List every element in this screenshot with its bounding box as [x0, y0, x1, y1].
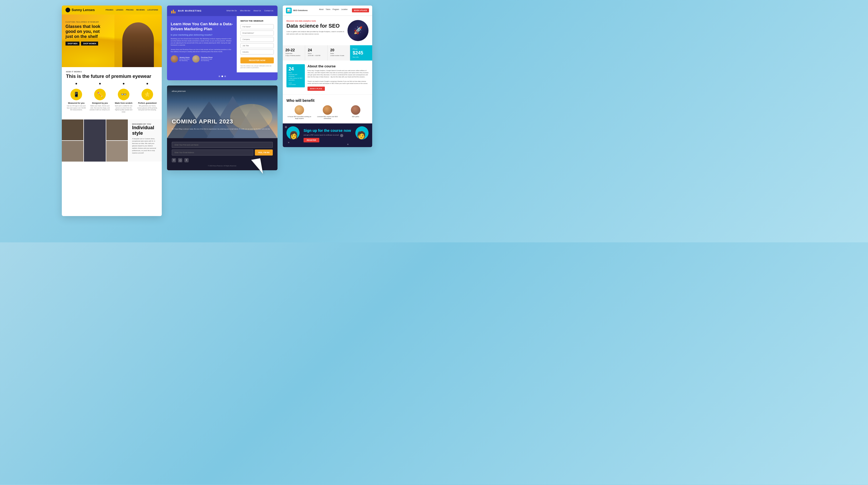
nav-who[interactable]: Who We Are: [240, 10, 250, 11]
mountain-svg: [167, 86, 278, 138]
marketing-subheading: Is your marketing plan delivering result…: [171, 34, 233, 36]
how-it-works-section: HOW IT WORKS This is the future of premi…: [62, 67, 162, 119]
rocket-illustration: 🚀: [347, 20, 369, 41]
bar-chart-icon: [171, 8, 177, 13]
dot-3[interactable]: [224, 75, 226, 77]
who-items-row: In-house SEO specialists working on larg…: [286, 105, 369, 119]
nav-lenses[interactable]: LENSES: [116, 9, 123, 11]
who-title: Who will benefit: [286, 98, 369, 103]
signup-text-area: Sign up for the course now and get a PDF…: [304, 128, 351, 142]
nav-what[interactable]: What We Do: [226, 10, 237, 11]
nav-locations[interactable]: LOCATIONS: [147, 9, 158, 11]
nav-about[interactable]: About Us: [254, 10, 261, 11]
hours-number: 24: [288, 66, 303, 72]
marketing-form-panel: WATCH THE WEBINAR REGISTER NOW View this…: [237, 16, 278, 72]
stat-dates-label: September: [285, 53, 302, 54]
form-note: View this webinar now, and get notificat…: [240, 65, 274, 69]
facebook-icon[interactable]: f: [184, 158, 189, 162]
dot-1[interactable]: [219, 75, 220, 77]
dot-2[interactable]: [221, 75, 223, 77]
designed-label: DESIGNED BY YOU: [132, 123, 158, 125]
seo-navbar: 📊 SEO Solutions About Tutors Program Loc…: [283, 5, 372, 16]
nav-pricing[interactable]: PRICING: [126, 9, 134, 11]
seo-discover-text: Discover new data analytics tools: [286, 20, 345, 22]
marketing-logo: BAR MARKETING: [171, 8, 202, 13]
signup-title: Sign up for the course now: [304, 128, 351, 133]
stat-seats-label: Seats: [330, 53, 347, 54]
eyewear-brand: Sunny Lenses: [71, 8, 95, 12]
nav-tutors[interactable]: Tutors: [326, 8, 330, 12]
hours-teal-box: 24 Hoursof practice and immersionin data…: [286, 64, 305, 87]
feature-measured: 📱 Measured for you Use our iOS app to sc…: [66, 89, 87, 113]
travel-subtext: My Travel Blog is almost ready. Be one o…: [172, 128, 273, 130]
nav-contact[interactable]: Contact Us: [264, 10, 273, 11]
sun-icon: ☀: [65, 8, 70, 12]
eyewear-logo: ☀ Sunny Lenses: [65, 8, 102, 12]
feature-dot-item-1: [66, 83, 87, 86]
feature-dot-item-4: [137, 83, 158, 86]
hero-title: Glasses that look good on you, not just …: [65, 24, 107, 39]
stats-row: 20-22 September 3 days of intense practi…: [283, 45, 372, 61]
cursor-arrow: [242, 158, 263, 177]
travel-card-wrapper: alexa peterson COMING APRIL 2023 My Trav…: [167, 86, 278, 170]
register-now-button[interactable]: REGISTER NOW: [240, 57, 274, 63]
speaker-2: Penelope Perez Marketing ManagerBar Mark…: [192, 55, 213, 63]
deco-dot-4: [347, 144, 348, 145]
eyewear-navbar: ☀ Sunny Lenses FRAMES LENSES PRICING REV…: [62, 5, 162, 14]
shop-women-button[interactable]: SHOP WOMEN: [81, 41, 98, 46]
about-course-section: 24 Hoursof practice and immersionin data…: [283, 61, 372, 95]
measured-desc: Use our iOS app to scan your face and ca…: [66, 105, 87, 111]
deco-dot-1: [285, 126, 287, 128]
stat-dates-num: 20-22: [285, 48, 302, 52]
stat-hours-sub: 10:00 AM — 6:00 PM: [308, 55, 324, 56]
who-section: Who will benefit In-house SEO specialist…: [283, 95, 372, 123]
nav-reviews[interactable]: REVIEWS: [136, 9, 145, 11]
travel-card: alexa peterson COMING APRIL 2023 My Trav…: [167, 86, 278, 170]
marketing-card: BAR MARKETING What We Do Who We Are Abou…: [167, 5, 278, 80]
scratch-name: Made from scratch: [113, 102, 134, 104]
email-input[interactable]: [240, 31, 274, 35]
hero-text-block: CUSTOM-TAILORED EYEWEAR Glasses that loo…: [65, 21, 107, 46]
seo-main-title: Data science for SEO: [286, 23, 345, 29]
stat-seats-num: 20: [330, 48, 347, 52]
eyewear-card: ☀ Sunny Lenses FRAMES LENSES PRICING REV…: [62, 5, 162, 216]
register-seo-button[interactable]: REGISTER: [304, 138, 319, 142]
gallery: DESIGNED BY YOU Individual style A bespo…: [62, 119, 162, 161]
company-input[interactable]: [240, 37, 274, 42]
gallery-col-1: [62, 119, 83, 161]
level-label: Levelintermediate: [288, 82, 303, 85]
nav-about[interactable]: About: [319, 8, 323, 12]
signup-banner: 👩 Sign up for the course now and get a P…: [283, 123, 372, 147]
book-a-place-nav-button[interactable]: BOOK A PLACE: [352, 8, 369, 12]
main-canvas: ☀ Sunny Lenses FRAMES LENSES PRICING REV…: [5, 5, 429, 237]
industry-input[interactable]: [240, 50, 274, 55]
gallery-img-4: [106, 119, 128, 140]
shop-men-button[interactable]: SHOP MEN: [65, 41, 80, 46]
jobtitle-input[interactable]: [240, 43, 274, 48]
nav-location[interactable]: Location: [341, 8, 348, 12]
signup-sub: and get a PDF course report & certificat…: [304, 134, 351, 136]
travel-name-input[interactable]: [172, 142, 273, 148]
stat-price-prefix: Price: [353, 48, 370, 50]
mountain-background: alexa peterson COMING APRIL 2023 My Trav…: [167, 86, 278, 138]
nav-frames[interactable]: FRAMES: [105, 9, 113, 11]
who-item-3: SEO geeks: [342, 105, 369, 119]
designed-desc: A bespoke suit or Couture dress, excepti…: [132, 138, 158, 154]
stat-dates: 20-22 September 3 days of intense practi…: [283, 45, 305, 61]
who-avatar-2: [323, 105, 332, 115]
middle-column: BAR MARKETING What We Do Who We Are Abou…: [167, 5, 278, 170]
deco-dot-2: [288, 142, 289, 143]
fullname-input[interactable]: [240, 24, 274, 29]
twitter-icon[interactable]: 𝕋: [172, 158, 176, 162]
yes-im-in-button[interactable]: YES, I'M IN!: [255, 149, 273, 155]
marketing-footer: [167, 72, 278, 80]
travel-email-input[interactable]: [172, 149, 253, 155]
watch-webinar-label: WATCH THE WEBINAR: [240, 20, 274, 22]
feature-dot-item-3: [113, 83, 134, 86]
instagram-icon[interactable]: ◻: [178, 158, 182, 162]
features-icons-row: 📱 Measured for you Use our iOS app to sc…: [66, 89, 158, 113]
book-place-button[interactable]: BOOK A PLACE: [308, 87, 325, 91]
nav-program[interactable]: Program: [333, 8, 339, 12]
scratch-icon: 👓: [118, 89, 129, 100]
woman-silhouette: [122, 22, 154, 67]
